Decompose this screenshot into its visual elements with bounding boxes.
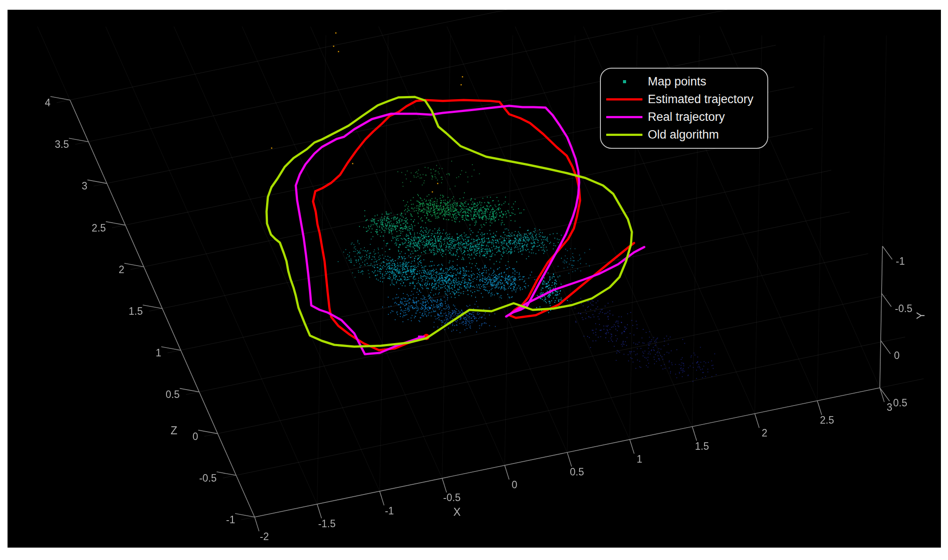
z-axis-tick: [217, 472, 236, 475]
old-algorithm-line-icon: [601, 134, 648, 136]
z-axis-tick: [161, 347, 181, 350]
x-axis-tick: [317, 504, 321, 518]
z-axis-tick-label: -0.5: [199, 472, 217, 484]
real-trajectory-path: [296, 106, 644, 354]
z-axis-tick: [124, 263, 144, 267]
z-axis-tick: [106, 222, 125, 225]
z-axis-tick-label: 0: [193, 431, 198, 442]
x-axis-tick-label: 0: [511, 479, 517, 490]
y-axis-tick: [882, 246, 892, 259]
z-axis-tick-label: 0.5: [166, 389, 180, 400]
y-axis-tick-label: -0.5: [895, 303, 913, 314]
y-axis-tick: [882, 294, 891, 307]
x-axis-tick: [692, 427, 696, 441]
z-axis-tick-label: 1: [155, 347, 161, 359]
x-axis-tick-label: 0.5: [570, 466, 584, 478]
x-axis-tick-label: -0.5: [443, 492, 461, 503]
y-axis-tick-label: 0: [894, 350, 900, 361]
x-axis-tick-label: 3: [887, 402, 893, 413]
z-axis-tick: [50, 97, 70, 100]
x-axis-tick: [567, 452, 572, 467]
y-axis-line: [880, 246, 882, 388]
legend-item-estimated-trajectory[interactable]: Estimated trajectory: [601, 91, 767, 108]
z-axis-tick: [198, 430, 218, 434]
z-axis-tick: [180, 388, 199, 392]
x-axis-tick-label: -2: [260, 531, 269, 542]
estimated-trajectory-path: [313, 100, 634, 350]
estimated-trajectory-line-icon: [601, 98, 648, 100]
z-axis-tick-label: 2.5: [92, 222, 106, 234]
z-axis-tick-label: 3: [82, 180, 88, 192]
legend-item-label: Estimated trajectory: [648, 93, 754, 106]
legend: Map points Estimated trajectory Real tra…: [600, 68, 768, 149]
legend-item-map-points[interactable]: Map points: [601, 73, 767, 91]
x-axis-tick: [379, 491, 384, 506]
z-axis-tick-label: 2: [119, 264, 124, 275]
figure: -2-1.5-1-0.500.511.522.530.50-0.5-143.53…: [0, 0, 948, 560]
x-axis-tick-label: 1.5: [695, 440, 709, 452]
legend-item-label: Real trajectory: [648, 110, 725, 124]
z-axis-tick: [87, 180, 107, 183]
axes-and-trajectories-layer: -2-1.5-1-0.500.511.522.530.50-0.5-143.53…: [0, 0, 948, 560]
legend-item-real-trajectory[interactable]: Real trajectory: [601, 108, 767, 126]
x-axis-tick: [755, 413, 759, 428]
x-axis-tick-label: 1: [637, 453, 642, 465]
old-algorithm-path: [267, 97, 632, 347]
z-axis-tick-label: 3.5: [55, 139, 69, 150]
y-axis-tick-label: -1: [896, 255, 905, 267]
legend-item-label: Map points: [648, 75, 706, 89]
z-axis-tick: [235, 514, 255, 517]
z-axis-tick: [69, 138, 89, 142]
y-axis-tick: [881, 340, 890, 354]
x-axis-tick: [442, 478, 447, 492]
z-axis-label: Z: [170, 424, 177, 436]
z-axis-tick-label: 1.5: [129, 305, 143, 317]
map-points-marker-icon: [601, 80, 648, 83]
x-axis-tick: [630, 440, 634, 454]
x-axis-tick-label: -1.5: [318, 518, 336, 529]
legend-item-label: Old algorithm: [648, 128, 719, 142]
x-axis-tick: [255, 517, 259, 531]
real-trajectory-line-icon: [601, 116, 648, 118]
legend-item-old-algorithm[interactable]: Old algorithm: [601, 126, 767, 143]
x-axis-tick-label: 2.5: [820, 414, 834, 426]
x-axis-tick: [505, 465, 509, 479]
x-axis-tick-label: -1: [385, 505, 394, 517]
y-axis-tick: [880, 388, 890, 401]
y-axis-label: Y: [914, 312, 927, 319]
y-axis-tick-label: 0.5: [893, 397, 907, 409]
x-axis-tick: [880, 388, 884, 402]
z-axis-tick-label: 4: [45, 97, 50, 108]
x-axis-label: X: [453, 506, 461, 518]
z-axis-tick-label: -1: [226, 514, 235, 525]
z-axis-tick: [143, 305, 163, 309]
x-axis-tick: [817, 401, 822, 415]
x-axis-tick-label: 2: [762, 427, 767, 439]
